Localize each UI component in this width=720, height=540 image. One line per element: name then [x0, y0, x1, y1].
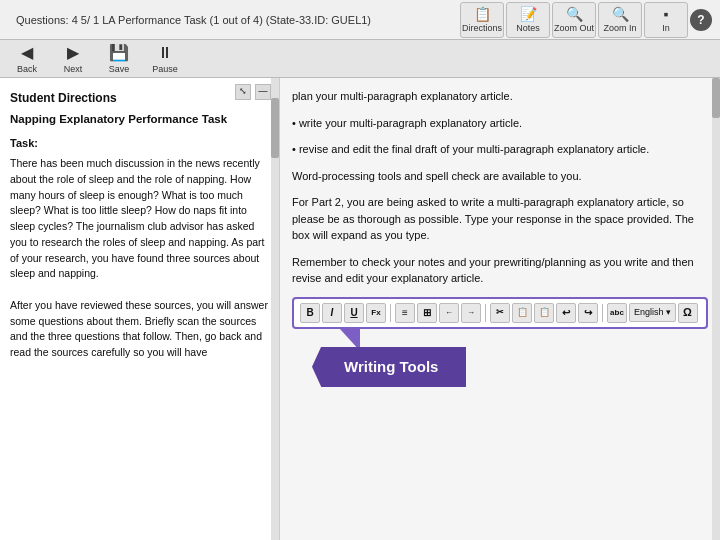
- left-panel: ⤡ — Student Directions Napping Explanato…: [0, 78, 280, 540]
- collapse-icon[interactable]: —: [255, 84, 271, 100]
- task-label: Task:: [10, 136, 269, 152]
- left-scrollbar-thumb: [271, 98, 279, 158]
- indent2-button[interactable]: ←: [439, 303, 459, 323]
- pause-icon: ⏸: [157, 44, 173, 62]
- writing-tools-container: B I U Fx ≡ ⊞ ← → ✂ 📋 📋 ↩ ↪ abc English: [292, 297, 708, 389]
- undo-button[interactable]: ↩: [556, 303, 576, 323]
- zoom-out-button[interactable]: 🔍 Zoom Out: [552, 2, 596, 38]
- next-button[interactable]: ▶ Next: [54, 43, 92, 74]
- para-write: • write your multi-paragraph explanatory…: [292, 115, 708, 132]
- zoom-in-button[interactable]: 🔍 Zoom In: [598, 2, 642, 38]
- task-subtitle: Napping Explanatory Performance Task: [10, 111, 269, 128]
- para-revise: • revise and edit the final draft of you…: [292, 141, 708, 158]
- italic-button[interactable]: I: [322, 303, 342, 323]
- student-directions-title: Student Directions: [10, 90, 269, 107]
- top-bar-left: Questions: 4 5/ 1 LA Performance Task (1…: [8, 14, 456, 26]
- formatting-toolbar: B I U Fx ≡ ⊞ ← → ✂ 📋 📋 ↩ ↪ abc English: [292, 297, 708, 329]
- in-button[interactable]: ▪ In: [644, 2, 688, 38]
- separator-2: [485, 304, 486, 322]
- omega-button[interactable]: Ω: [678, 303, 698, 323]
- top-bar: Questions: 4 5/ 1 LA Performance Task (1…: [0, 0, 720, 40]
- paste-button[interactable]: 📋: [534, 303, 554, 323]
- para-tools: Word-processing tools and spell check ar…: [292, 168, 708, 185]
- in-icon: ▪: [664, 7, 669, 21]
- nav-bar: ◀ Back ▶ Next 💾 Save ⏸ Pause: [0, 40, 720, 78]
- zoom-in-icon: 🔍: [612, 7, 629, 21]
- cut-button[interactable]: ✂: [490, 303, 510, 323]
- directions-icon: 📋: [474, 7, 491, 21]
- dropdown-arrow-icon: ▾: [666, 306, 671, 320]
- indent-button[interactable]: ⊞: [417, 303, 437, 323]
- notes-button[interactable]: 📝 Notes: [506, 2, 550, 38]
- right-scrollbar-thumb: [712, 78, 720, 118]
- spellcheck-button[interactable]: abc: [607, 303, 627, 323]
- save-button[interactable]: 💾 Save: [100, 43, 138, 74]
- formula-button[interactable]: Fx: [366, 303, 386, 323]
- right-body: plan your multi-paragraph explanatory ar…: [292, 88, 708, 287]
- main-content: ⤡ — Student Directions Napping Explanato…: [0, 78, 720, 540]
- zoom-out-icon: 🔍: [566, 7, 583, 21]
- expand-controls: ⤡ —: [235, 84, 271, 100]
- indent3-button[interactable]: →: [461, 303, 481, 323]
- separator-1: [390, 304, 391, 322]
- question-info: Questions: 4 5/ 1 LA Performance Task (1…: [16, 14, 371, 26]
- separator-3: [602, 304, 603, 322]
- pause-button[interactable]: ⏸ Pause: [146, 44, 184, 74]
- top-bar-right: 📋 Directions 📝 Notes 🔍 Zoom Out 🔍 Zoom I…: [460, 2, 712, 38]
- underline-button[interactable]: U: [344, 303, 364, 323]
- back-icon: ◀: [21, 43, 33, 62]
- copy-button[interactable]: 📋: [512, 303, 532, 323]
- para-remember: Remember to check your notes and your pr…: [292, 254, 708, 287]
- right-panel: plan your multi-paragraph explanatory ar…: [280, 78, 720, 540]
- writing-tools-label: Writing Tools: [312, 347, 466, 388]
- save-icon: 💾: [109, 43, 129, 62]
- expand-icon[interactable]: ⤡: [235, 84, 251, 100]
- back-button[interactable]: ◀ Back: [8, 43, 46, 74]
- redo-button[interactable]: ↪: [578, 303, 598, 323]
- task-body: There has been much discussion in the ne…: [10, 156, 269, 361]
- notes-icon: 📝: [520, 7, 537, 21]
- help-button[interactable]: ?: [690, 9, 712, 31]
- list-button[interactable]: ≡: [395, 303, 415, 323]
- left-scrollbar[interactable]: [271, 78, 279, 540]
- next-icon: ▶: [67, 43, 79, 62]
- language-label: English: [634, 306, 664, 320]
- para-part2: For Part 2, you are being asked to write…: [292, 194, 708, 244]
- bold-button[interactable]: B: [300, 303, 320, 323]
- language-dropdown[interactable]: English ▾: [629, 303, 676, 323]
- directions-button[interactable]: 📋 Directions: [460, 2, 504, 38]
- para-plan: plan your multi-paragraph explanatory ar…: [292, 88, 708, 105]
- right-scrollbar[interactable]: [712, 78, 720, 540]
